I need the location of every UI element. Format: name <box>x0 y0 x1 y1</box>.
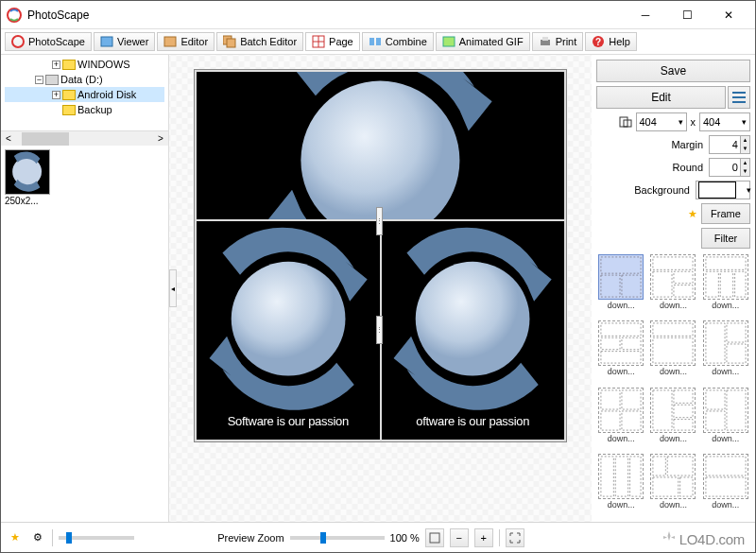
spin-down-icon[interactable]: ▼ <box>740 145 749 153</box>
filter-button[interactable]: Filter <box>701 228 750 249</box>
thumbnail-item[interactable]: 250x2... <box>5 149 56 206</box>
layout-option[interactable] <box>703 320 748 366</box>
layout-label: down... <box>660 301 687 310</box>
svg-point-17 <box>301 80 459 218</box>
layout-label: down... <box>608 301 635 310</box>
expander-icon[interactable]: + <box>52 60 60 69</box>
tab-editor[interactable]: Editor <box>157 32 215 51</box>
svg-rect-48 <box>622 410 641 429</box>
zoom-out-button[interactable]: − <box>450 528 469 547</box>
svg-rect-55 <box>706 410 725 429</box>
fullscreen-button[interactable] <box>506 528 524 547</box>
svg-rect-13 <box>542 37 548 41</box>
zoom-in-button[interactable]: + <box>474 528 493 547</box>
layout-option[interactable] <box>598 254 644 300</box>
star-icon[interactable]: ★ <box>7 529 24 546</box>
tree-item[interactable]: Backup <box>5 102 164 117</box>
color-swatch[interactable] <box>698 181 736 199</box>
tree-item[interactable]: −Data (D:) <box>5 72 164 87</box>
photoscape-icon <box>11 35 25 48</box>
svg-rect-54 <box>727 389 746 429</box>
tab-print[interactable]: Print <box>532 32 584 51</box>
svg-rect-62 <box>680 477 693 496</box>
tab-help[interactable]: ?Help <box>585 32 637 51</box>
tree-item[interactable]: +Android Disk <box>5 87 164 102</box>
tab-photoscape[interactable]: PhotoScape <box>5 32 92 51</box>
thumbnail-image[interactable] <box>5 149 50 195</box>
svg-rect-27 <box>622 275 641 297</box>
layout-option[interactable] <box>650 254 696 300</box>
scroll-left-icon[interactable]: < <box>1 131 16 147</box>
tab-page[interactable]: Page <box>305 32 360 51</box>
layout-option[interactable] <box>598 454 644 499</box>
scroll-thumb[interactable] <box>22 132 69 146</box>
spin-up-icon[interactable]: ▲ <box>740 136 749 145</box>
zoom-slider[interactable] <box>290 536 385 540</box>
folder-tree[interactable]: +WINDOWS −Data (D:) +Android Disk Backup <box>1 55 168 130</box>
expander-icon[interactable]: − <box>35 76 43 84</box>
tab-combine[interactable]: Combine <box>362 32 434 51</box>
tab-viewer[interactable]: Viewer <box>94 32 155 51</box>
round-input[interactable]: ▲▼ <box>709 158 750 177</box>
height-select[interactable]: 404 <box>699 112 750 131</box>
width-select[interactable]: 404 <box>636 112 687 131</box>
layout-option[interactable] <box>650 454 696 499</box>
page-cell-bottom-right[interactable]: oftware is our passion <box>382 221 565 440</box>
svg-rect-10 <box>376 38 381 45</box>
left-panel: +WINDOWS −Data (D:) +Android Disk Backup… <box>1 55 169 522</box>
svg-rect-56 <box>601 457 613 496</box>
help-icon: ? <box>592 35 605 48</box>
tree-scrollbar[interactable]: < > <box>1 130 168 146</box>
orientation-icon[interactable] <box>619 115 632 129</box>
star-icon[interactable]: ★ <box>688 208 697 220</box>
cell-caption: oftware is our passion <box>382 414 565 428</box>
layout-label: down... <box>660 434 687 443</box>
layout-option[interactable] <box>650 320 696 366</box>
tree-item[interactable]: +WINDOWS <box>5 57 164 72</box>
page-cell-bottom-left[interactable]: Software is our passion <box>197 221 380 440</box>
layout-option[interactable] <box>703 388 748 433</box>
titlebar: PhotoScape ─ ☐ ✕ <box>1 1 755 29</box>
edit-button[interactable]: Edit <box>596 86 726 109</box>
fit-button[interactable] <box>425 528 444 547</box>
preview-zoom-label: Preview Zoom <box>217 532 284 544</box>
tab-batch-editor[interactable]: Batch Editor <box>216 32 303 51</box>
scroll-right-icon[interactable]: > <box>153 131 168 147</box>
layout-option[interactable] <box>598 388 644 433</box>
save-button[interactable]: Save <box>596 60 750 82</box>
margin-input[interactable]: ▲▼ <box>709 135 750 154</box>
gear-icon[interactable]: ⚙ <box>29 529 46 546</box>
spin-down-icon[interactable]: ▼ <box>740 167 749 176</box>
folder-icon <box>62 90 76 100</box>
layout-option[interactable] <box>703 254 748 300</box>
list-toggle-button[interactable] <box>728 86 750 109</box>
svg-rect-46 <box>622 389 641 408</box>
folder-icon <box>62 105 76 115</box>
layout-option[interactable] <box>598 320 644 366</box>
page-cell-top[interactable] <box>197 72 564 219</box>
svg-rect-36 <box>601 323 641 336</box>
svg-rect-51 <box>674 405 693 417</box>
editor-icon <box>163 35 177 48</box>
svg-rect-33 <box>706 271 718 297</box>
expander-icon[interactable]: + <box>52 91 60 99</box>
splitter-handle[interactable]: ⋮ <box>376 316 383 344</box>
page-frame[interactable]: Software is our passion oftware is our p… <box>194 69 567 442</box>
combine-icon <box>369 35 382 48</box>
svg-rect-50 <box>674 389 693 402</box>
splitter-handle[interactable]: ⋮ <box>376 207 383 235</box>
maximize-button[interactable]: ☐ <box>666 1 708 28</box>
layout-option[interactable] <box>650 388 696 433</box>
collapse-handle[interactable]: ◂ <box>169 269 177 307</box>
window-title: PhotoScape <box>27 9 625 22</box>
background-color-picker[interactable] <box>696 181 750 199</box>
thumb-size-slider[interactable] <box>59 536 134 540</box>
frame-button[interactable]: Frame <box>701 203 750 224</box>
close-button[interactable]: ✕ <box>708 1 749 28</box>
canvas-area[interactable]: ◂ Software is our passion oftware is our… <box>169 55 592 522</box>
tab-animated-gif[interactable]: Animated GIF <box>436 32 530 51</box>
minimize-button[interactable]: ─ <box>625 1 666 28</box>
spin-up-icon[interactable]: ▲ <box>740 159 749 167</box>
margin-label: Margin <box>671 139 703 150</box>
layout-option[interactable] <box>703 454 748 499</box>
